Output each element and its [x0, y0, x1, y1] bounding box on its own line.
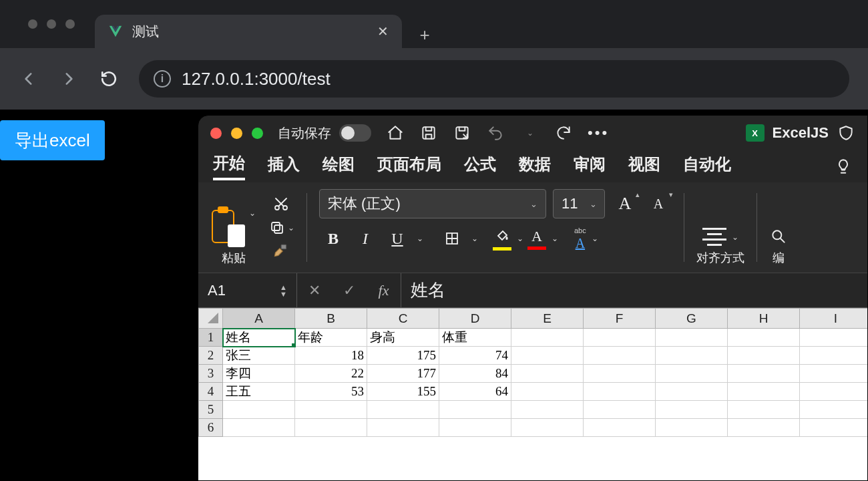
underline-dropdown-icon[interactable]: ⌄	[417, 234, 423, 243]
cell[interactable]	[511, 329, 584, 347]
cell[interactable]	[367, 401, 439, 419]
shrink-font-icon[interactable]: A	[645, 189, 672, 218]
window-dot[interactable]	[65, 19, 75, 29]
window-controls[interactable]	[16, 0, 95, 48]
cell[interactable]	[800, 419, 868, 437]
row-header[interactable]: 5	[199, 401, 223, 419]
export-excel-button[interactable]: 导出excel	[0, 120, 105, 160]
cell[interactable]	[511, 419, 584, 437]
close-window-icon[interactable]	[210, 128, 222, 139]
cell[interactable]: 53	[295, 383, 367, 401]
minimize-window-icon[interactable]	[231, 128, 242, 139]
cell[interactable]	[584, 347, 656, 365]
cell[interactable]: 84	[439, 365, 511, 383]
cancel-edit-icon[interactable]: ✕	[297, 273, 332, 307]
underline-button[interactable]: U	[383, 225, 411, 252]
cell[interactable]	[584, 365, 656, 383]
borders-dropdown-icon[interactable]: ⌄	[471, 234, 478, 243]
cell[interactable]	[656, 365, 728, 383]
cell[interactable]: 74	[439, 347, 511, 365]
cell[interactable]: 22	[295, 365, 367, 383]
cell[interactable]	[656, 329, 728, 347]
font-color-dropdown-icon[interactable]: ⌄	[552, 234, 558, 243]
cell[interactable]	[367, 419, 439, 437]
formula-input[interactable]: 姓名	[401, 273, 867, 307]
cell[interactable]	[511, 383, 584, 401]
cell[interactable]: 姓名	[223, 329, 295, 347]
cell[interactable]	[223, 419, 295, 437]
font-size-select[interactable]: 11 ⌄	[553, 189, 605, 218]
cell[interactable]: 64	[439, 383, 511, 401]
paste-icon[interactable]	[212, 208, 244, 246]
cell[interactable]	[728, 383, 800, 401]
cell[interactable]: 年龄	[295, 329, 367, 347]
lightbulb-icon[interactable]	[834, 157, 853, 176]
borders-icon[interactable]	[438, 225, 466, 252]
cell[interactable]	[728, 347, 800, 365]
more-icon[interactable]: •••	[588, 124, 609, 142]
browser-tab[interactable]: 测试 ✕	[95, 15, 402, 48]
tab-automation[interactable]: 自动化	[683, 154, 731, 179]
undo-icon[interactable]	[486, 124, 505, 142]
column-header[interactable]: I	[800, 309, 868, 329]
fill-color-button[interactable]	[493, 227, 511, 251]
tab-formulas[interactable]: 公式	[464, 154, 496, 179]
autosave-toggle[interactable]	[339, 124, 371, 142]
shield-icon[interactable]	[837, 124, 855, 142]
column-header[interactable]: G	[656, 309, 728, 329]
cell[interactable]: 177	[367, 365, 439, 383]
name-box-stepper[interactable]: ▲▼	[280, 284, 287, 297]
cell[interactable]: 王五	[223, 383, 295, 401]
format-painter-icon[interactable]	[272, 243, 290, 261]
font-color-button[interactable]: A	[527, 228, 546, 250]
row-header[interactable]: 4	[199, 383, 223, 401]
row-header[interactable]: 2	[199, 347, 223, 365]
find-icon[interactable]	[769, 227, 788, 246]
cell[interactable]	[656, 419, 728, 437]
copy-icon[interactable]	[268, 218, 286, 237]
cell[interactable]	[800, 329, 868, 347]
cell[interactable]	[728, 365, 800, 383]
tab-insert[interactable]: 插入	[268, 154, 300, 179]
cell[interactable]: 体重	[439, 329, 511, 347]
fill-color-dropdown-icon[interactable]: ⌄	[517, 234, 523, 243]
row-header[interactable]: 6	[199, 419, 223, 437]
align-icon[interactable]	[702, 228, 726, 246]
window-dot[interactable]	[28, 19, 37, 29]
confirm-edit-icon[interactable]: ✓	[332, 273, 367, 307]
column-header[interactable]: D	[439, 309, 511, 329]
cell[interactable]: 身高	[367, 329, 439, 347]
save-icon[interactable]	[419, 124, 438, 142]
cell[interactable]	[656, 347, 728, 365]
cell[interactable]: 175	[367, 347, 439, 365]
cell[interactable]	[728, 401, 800, 419]
cell[interactable]	[800, 401, 868, 419]
reload-button[interactable]	[99, 69, 119, 89]
zoom-window-icon[interactable]	[252, 128, 263, 139]
cell[interactable]	[439, 419, 511, 437]
mac-window-controls[interactable]	[210, 128, 263, 139]
undo-dropdown-icon[interactable]: ⌄	[521, 124, 539, 142]
cell[interactable]	[584, 329, 656, 347]
cell[interactable]	[511, 365, 584, 383]
tab-home[interactable]: 开始	[213, 152, 245, 180]
fx-icon[interactable]: fx	[367, 273, 401, 307]
cell[interactable]: 18	[295, 347, 367, 365]
save-as-icon[interactable]	[453, 124, 471, 142]
new-tab-button[interactable]: +	[411, 21, 438, 48]
home-icon[interactable]	[386, 124, 405, 142]
cell[interactable]	[439, 401, 511, 419]
window-dot[interactable]	[47, 19, 56, 29]
bold-button[interactable]: B	[319, 225, 347, 252]
forward-button[interactable]	[59, 69, 79, 89]
redo-icon[interactable]	[554, 124, 573, 142]
phonetic-dropdown-icon[interactable]: ⌄	[592, 234, 598, 243]
cell[interactable]	[800, 365, 868, 383]
cell[interactable]	[295, 419, 367, 437]
cell[interactable]	[223, 401, 295, 419]
cell[interactable]	[584, 419, 656, 437]
cell[interactable]	[728, 419, 800, 437]
column-header[interactable]: B	[295, 309, 367, 329]
cell[interactable]: 李四	[223, 365, 295, 383]
cell[interactable]	[584, 401, 656, 419]
